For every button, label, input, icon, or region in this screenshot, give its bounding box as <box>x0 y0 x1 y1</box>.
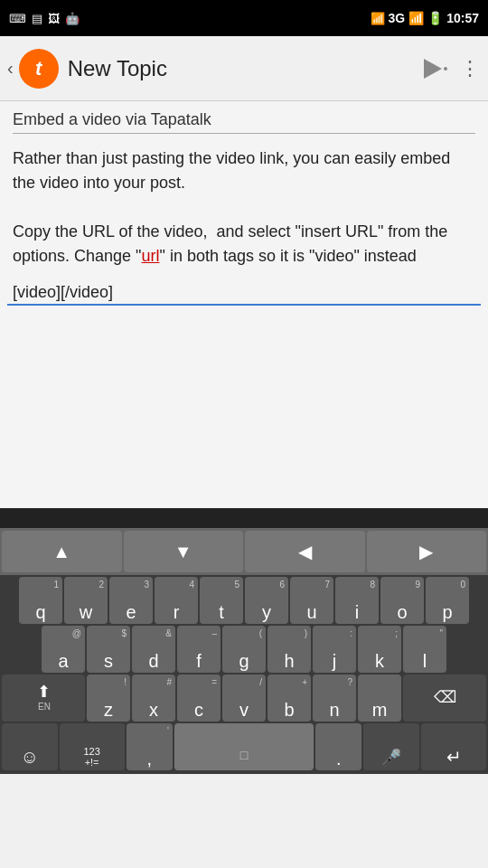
key-rows: 1q 2w 3e 4r 5t 6y 7u 8i 9o 0p @a $s &d –… <box>0 575 488 774</box>
send-button[interactable] <box>424 59 447 79</box>
keyboard: ▲ ▼ ◀ ▶ 1q 2w 3e 4r 5t 6y 7u 8i 9o 0p @a… <box>0 528 488 774</box>
key-row-4: ☺ 123+!= ', □ . 🎤 ↵ <box>2 723 486 770</box>
key-d[interactable]: &d <box>132 626 175 673</box>
key-k[interactable]: ;k <box>358 626 401 673</box>
spacebar-key[interactable]: □ <box>174 723 314 770</box>
status-bar: ⌨ ▤ 🖼 🤖 📶 3G 📶 🔋 10:57 <box>0 0 488 36</box>
status-right: 📶 3G 📶 🔋 10:57 <box>371 11 480 25</box>
mic-key[interactable]: 🎤 <box>363 723 419 770</box>
nav-row: ▲ ▼ ◀ ▶ <box>0 528 488 575</box>
key-row-2: @a $s &d –f (g )h :j ;k "l <box>2 626 486 673</box>
enter-key[interactable]: ↵ <box>421 723 486 770</box>
app-bar-left: ‹ t New Topic <box>7 49 424 89</box>
key-row-3: ⬆ EN !z #x =c /v +b ?n m ⌫ <box>2 675 486 722</box>
nav-down-button[interactable]: ▼ <box>124 531 244 572</box>
battery-icon: 🔋 <box>427 11 443 25</box>
page-title: New Topic <box>68 56 167 81</box>
num-key[interactable]: 123+!= <box>60 723 125 770</box>
nav-up-button[interactable]: ▲ <box>2 531 122 572</box>
topic-title-input[interactable] <box>13 110 475 134</box>
key-s[interactable]: $s <box>87 626 130 673</box>
app-bar: ‹ t New Topic ⋮ <box>0 36 488 101</box>
key-l[interactable]: "l <box>403 626 446 673</box>
wifi-icon: 📶 <box>371 12 385 25</box>
key-c[interactable]: =c <box>177 675 221 722</box>
key-m[interactable]: m <box>358 675 401 722</box>
android-icon: 🤖 <box>65 12 80 25</box>
key-o[interactable]: 9o <box>380 577 424 624</box>
signal-icon: 📶 <box>408 11 424 25</box>
content-area[interactable]: Rather than just pasting the video link,… <box>0 101 488 508</box>
key-i[interactable]: 8i <box>335 577 379 624</box>
sim-icon: ▤ <box>32 12 42 25</box>
key-y[interactable]: 6y <box>245 577 288 624</box>
app-bar-actions: ⋮ <box>424 57 481 80</box>
key-h[interactable]: )h <box>267 626 311 673</box>
key-b[interactable]: +b <box>267 675 311 722</box>
link-word: url <box>142 247 160 265</box>
nav-right-button[interactable]: ▶ <box>367 531 487 572</box>
key-t[interactable]: 5t <box>200 577 243 624</box>
key-q[interactable]: 1q <box>19 577 62 624</box>
nav-left-button[interactable]: ◀ <box>245 531 365 572</box>
cursor-line <box>7 304 481 306</box>
key-period[interactable]: . <box>315 723 361 770</box>
key-n[interactable]: ?n <box>313 675 356 722</box>
tapatalk-logo: t <box>19 49 59 89</box>
key-comma[interactable]: ', <box>127 723 173 770</box>
key-p[interactable]: 0p <box>426 577 469 624</box>
key-u[interactable]: 7u <box>290 577 333 624</box>
key-x[interactable]: #x <box>132 675 175 722</box>
backspace-key[interactable]: ⌫ <box>403 675 486 722</box>
body-text: Rather than just pasting the video link,… <box>13 146 475 269</box>
keyboard-separator <box>0 508 488 528</box>
time-label: 10:57 <box>446 11 479 25</box>
key-g[interactable]: (g <box>222 626 266 673</box>
key-row-1: 1q 2w 3e 4r 5t 6y 7u 8i 9o 0p <box>2 577 486 624</box>
overflow-menu-button[interactable]: ⋮ <box>460 57 481 80</box>
key-j[interactable]: :j <box>313 626 356 673</box>
status-left: ⌨ ▤ 🖼 🤖 <box>9 12 80 25</box>
key-z[interactable]: !z <box>87 675 130 722</box>
keyboard-icon: ⌨ <box>9 12 26 25</box>
key-f[interactable]: –f <box>177 626 221 673</box>
video-tag: [video][/video] <box>13 283 475 302</box>
key-w[interactable]: 2w <box>64 577 108 624</box>
back-button[interactable]: ‹ <box>7 58 14 79</box>
key-a[interactable]: @a <box>42 626 85 673</box>
emoji-key[interactable]: ☺ <box>2 723 58 770</box>
shift-key[interactable]: ⬆ EN <box>2 675 85 722</box>
key-e[interactable]: 3e <box>109 577 153 624</box>
key-r[interactable]: 4r <box>155 577 198 624</box>
key-v[interactable]: /v <box>222 675 266 722</box>
image-icon: 🖼 <box>48 12 60 25</box>
network-label: 3G <box>389 11 406 25</box>
